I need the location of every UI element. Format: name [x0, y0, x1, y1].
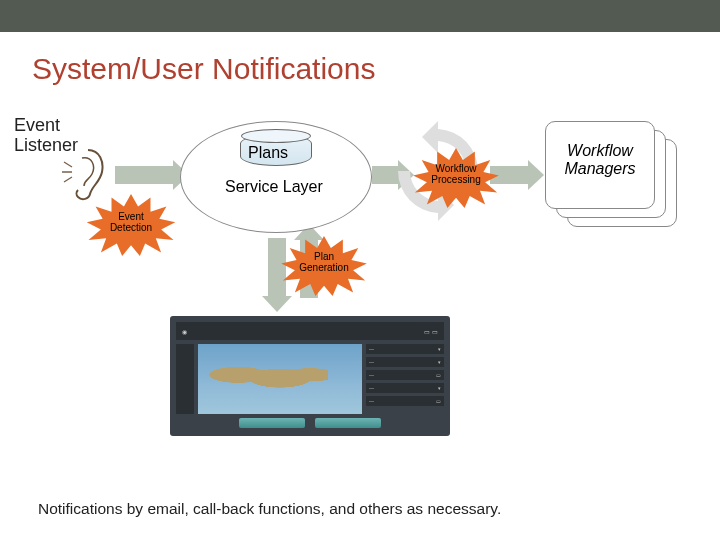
- slide-title: System/User Notifications: [32, 52, 720, 86]
- app-screenshot-button: [239, 418, 305, 428]
- app-screenshot-panel: ◉▭ ▭ —▾ —▾ —▭ —▾ —▭: [170, 316, 450, 436]
- starburst-event-detection: Event Detection: [86, 194, 176, 256]
- arrow-listener-to-service: [115, 166, 175, 184]
- slide-title-bar: [0, 0, 720, 32]
- app-screenshot-sidebar: [176, 344, 194, 414]
- starburst-plan-generation: Plan Generation: [275, 236, 373, 296]
- workflow-manager-card: Workflow Managers: [545, 121, 655, 209]
- app-screenshot-form: —▾ —▾ —▭ —▾ —▭: [366, 344, 444, 414]
- starburst-label: Workflow Processing: [431, 163, 480, 185]
- service-layer-label: Service Layer: [225, 178, 323, 196]
- starburst-workflow-processing: Workflow Processing: [410, 148, 502, 208]
- app-screenshot-button: [315, 418, 381, 428]
- ear-icon: [58, 146, 108, 201]
- workflow-managers-label: Workflow Managers: [564, 142, 635, 178]
- workflow-managers-stack: Workflow Managers: [545, 121, 675, 231]
- plans-label: Plans: [248, 144, 288, 162]
- diagram-stage: Event Listener Plans Service Layer Workf…: [0, 86, 720, 466]
- app-screenshot-header: ◉▭ ▭: [176, 322, 444, 340]
- footer-caption: Notifications by email, call-back functi…: [38, 500, 501, 518]
- app-screenshot-map: [198, 344, 362, 414]
